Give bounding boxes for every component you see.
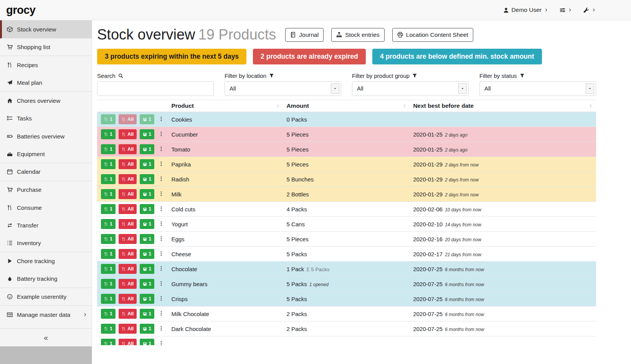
- open-one-button[interactable]: 1: [140, 294, 154, 304]
- consume-all-button[interactable]: All: [119, 189, 137, 199]
- consume-one-button[interactable]: 1: [101, 129, 116, 139]
- open-one-button[interactable]: 1: [140, 234, 154, 244]
- consume-all-button[interactable]: All: [119, 219, 137, 229]
- consume-one-button[interactable]: 1: [101, 189, 116, 199]
- row-menu-button[interactable]: [157, 159, 165, 169]
- open-one-button[interactable]: 1: [140, 174, 154, 184]
- row-menu-button[interactable]: [157, 339, 165, 345]
- consume-one-button[interactable]: 1: [101, 294, 116, 304]
- consume-all-button[interactable]: All: [119, 339, 137, 345]
- app-logo[interactable]: grocy: [6, 4, 35, 16]
- expiring-alert[interactable]: 3 products expiring within the next 5 da…: [97, 49, 246, 64]
- table-row-milk[interactable]: 1 All 1 Milk 2 Bottles 2020-01-292 days …: [97, 187, 596, 202]
- below-min-stock-alert[interactable]: 4 products are below defined min. stock …: [372, 49, 542, 64]
- open-one-button[interactable]: 1: [140, 129, 154, 139]
- consume-one-button[interactable]: 1: [101, 234, 116, 244]
- consume-all-button[interactable]: All: [119, 249, 137, 259]
- consume-one-button[interactable]: 1: [101, 159, 116, 169]
- table-row-radish[interactable]: 1 All 1 Radish 5 Bunches 2020-01-292 day…: [97, 172, 596, 187]
- open-one-button[interactable]: 1: [140, 324, 154, 334]
- row-menu-button[interactable]: [157, 324, 165, 334]
- sidebar-item-battery-tracking[interactable]: Battery tracking: [0, 270, 92, 288]
- amount-column-header[interactable]: Amount: [283, 100, 410, 112]
- stock-entries-button[interactable]: Stock entries: [331, 28, 385, 42]
- table-row-milk-chocolate[interactable]: 1 All 1 Milk Chocolate 2 Packs 2020-07-2…: [97, 306, 596, 321]
- sidebar-item-equipment[interactable]: Equipment: [0, 145, 92, 163]
- sidebar-item-inventory[interactable]: Inventory: [0, 234, 92, 252]
- table-row[interactable]: 1 All 1: [97, 336, 596, 346]
- location-filter-select[interactable]: All: [225, 81, 341, 96]
- open-one-button[interactable]: 1: [140, 264, 154, 274]
- consume-all-button[interactable]: All: [119, 174, 137, 184]
- row-menu-button[interactable]: [157, 114, 165, 124]
- consume-all-button[interactable]: All: [119, 129, 137, 139]
- row-menu-button[interactable]: [157, 234, 165, 244]
- consume-all-button[interactable]: All: [119, 294, 137, 304]
- settings-menu[interactable]: [560, 7, 572, 13]
- table-row-cucumber[interactable]: 1 All 1 Cucumber 5 Pieces 2020-01-252 da…: [97, 127, 596, 142]
- table-row-yogurt[interactable]: 1 All 1 Yogurt 5 Cans 2020-02-1014 days …: [97, 217, 596, 232]
- consume-one-button[interactable]: 1: [101, 264, 116, 274]
- status-filter-select[interactable]: All: [479, 81, 596, 96]
- consume-one-button[interactable]: 1: [101, 204, 116, 214]
- open-one-button[interactable]: 1: [140, 339, 154, 345]
- consume-all-button[interactable]: All: [119, 144, 137, 154]
- consume-all-button[interactable]: All: [119, 279, 137, 289]
- admin-menu[interactable]: [583, 7, 596, 13]
- sidebar-item-manage-master-data[interactable]: Manage master data: [0, 306, 92, 324]
- sidebar-item-calendar[interactable]: Calendar: [0, 163, 92, 181]
- sidebar-item-tasks[interactable]: Tasks: [0, 110, 92, 128]
- row-menu-button[interactable]: [157, 219, 165, 229]
- user-menu[interactable]: Demo User: [503, 7, 548, 13]
- consume-all-button[interactable]: All: [119, 114, 137, 124]
- open-one-button[interactable]: 1: [140, 114, 154, 124]
- consume-one-button[interactable]: 1: [101, 324, 116, 334]
- product-group-filter-select[interactable]: All: [352, 81, 469, 96]
- consume-all-button[interactable]: All: [119, 309, 137, 319]
- sidebar-item-meal-plan[interactable]: Meal plan: [0, 74, 92, 92]
- open-one-button[interactable]: 1: [140, 159, 154, 169]
- consume-one-button[interactable]: 1: [101, 219, 116, 229]
- sidebar-collapse-button[interactable]: «: [0, 328, 92, 346]
- sidebar-item-recipes[interactable]: Recipes: [0, 56, 92, 74]
- open-one-button[interactable]: 1: [140, 309, 154, 319]
- table-row-eggs[interactable]: 1 All 1 Eggs 5 Pieces 2020-02-1620 days …: [97, 232, 596, 247]
- consume-all-button[interactable]: All: [119, 204, 137, 214]
- search-input[interactable]: [97, 81, 214, 96]
- consume-one-button[interactable]: 1: [101, 279, 116, 289]
- consume-all-button[interactable]: All: [119, 324, 137, 334]
- sidebar-item-batteries-overview[interactable]: Batteries overview: [0, 127, 92, 145]
- sidebar-item-stock-overview[interactable]: Stock overview: [0, 20, 92, 38]
- open-one-button[interactable]: 1: [140, 249, 154, 259]
- open-one-button[interactable]: 1: [140, 279, 154, 289]
- consume-one-button[interactable]: 1: [101, 174, 116, 184]
- table-row-paprika[interactable]: 1 All 1 Paprika 5 Pieces 2020-01-292 day…: [97, 157, 596, 172]
- table-row-chocolate[interactable]: 1 All 1 Chocolate 1 PackΣ 5 Packs 2020-0…: [97, 262, 596, 277]
- row-menu-button[interactable]: [157, 279, 165, 289]
- expired-alert[interactable]: 2 products are already expired: [253, 49, 366, 64]
- open-one-button[interactable]: 1: [140, 144, 154, 154]
- consume-one-button[interactable]: 1: [101, 339, 116, 345]
- sidebar-item-chores-overview[interactable]: Chores overview: [0, 92, 92, 110]
- sidebar-item-shopping-list[interactable]: Shopping list: [0, 38, 92, 56]
- table-row-cheese[interactable]: 1 All 1 Cheese 5 Packs 2020-02-1721 days…: [97, 247, 596, 262]
- sidebar-item-example-userentity[interactable]: Example userentity: [0, 288, 92, 306]
- product-column-header[interactable]: Product: [168, 100, 283, 112]
- row-menu-button[interactable]: [157, 174, 165, 184]
- row-menu-button[interactable]: [157, 189, 165, 199]
- row-menu-button[interactable]: [157, 129, 165, 139]
- table-row-cookies[interactable]: 1 All 1 Cookies 0 Packs: [97, 112, 596, 127]
- location-content-sheet-button[interactable]: Location Content Sheet: [392, 28, 473, 42]
- best-before-column-header[interactable]: Next best before date: [410, 100, 596, 112]
- open-one-button[interactable]: 1: [140, 189, 154, 199]
- row-menu-button[interactable]: [157, 294, 165, 304]
- open-one-button[interactable]: 1: [140, 219, 154, 229]
- row-menu-button[interactable]: [157, 264, 165, 274]
- table-row-cold-cuts[interactable]: 1 All 1 Cold cuts 4 Packs 2020-02-0610 d…: [97, 202, 596, 217]
- sidebar-item-chore-tracking[interactable]: Chore tracking: [0, 252, 92, 270]
- consume-all-button[interactable]: All: [119, 234, 137, 244]
- table-row-tomato[interactable]: 1 All 1 Tomato 5 Pieces 2020-01-252 days…: [97, 142, 596, 157]
- row-menu-button[interactable]: [157, 309, 165, 319]
- row-menu-button[interactable]: [157, 144, 165, 154]
- journal-button[interactable]: Journal: [285, 28, 324, 42]
